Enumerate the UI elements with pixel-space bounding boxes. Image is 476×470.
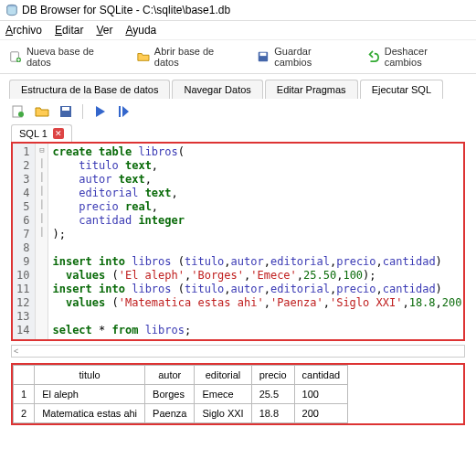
save-label: Guardar cambios — [274, 46, 351, 68]
menu-help[interactable]: Ayuda — [125, 24, 156, 37]
open-sql-icon[interactable] — [35, 104, 49, 119]
rownum-header — [14, 366, 35, 385]
main-tabs: Estructura de la Base de datos Navegar D… — [0, 74, 476, 99]
open-db-label: Abrir base de datos — [154, 46, 241, 68]
menubar: Archivo Editar Ver Ayuda — [0, 21, 476, 40]
undo-label: Deshacer cambios — [385, 46, 467, 68]
save-sql-icon[interactable] — [58, 104, 73, 119]
code-area[interactable]: create table libros( titulo text, autor … — [48, 144, 463, 339]
undo-icon — [367, 50, 380, 63]
tab-structure[interactable]: Estructura de la Base de datos — [9, 80, 170, 99]
open-db-button[interactable]: Abrir base de datos — [137, 46, 240, 68]
new-db-icon — [9, 50, 22, 63]
fold-column: ⊟││││││ — [36, 144, 48, 339]
svg-rect-8 — [62, 107, 69, 111]
run-line-icon[interactable] — [116, 104, 131, 119]
table-row[interactable]: 1El alephBorgesEmece25.5100 — [14, 385, 348, 404]
open-db-icon — [137, 50, 150, 63]
tab-pragmas[interactable]: Editar Pragmas — [265, 80, 358, 99]
menu-view[interactable]: Ver — [96, 24, 112, 37]
undo-button[interactable]: Deshacer cambios — [367, 46, 467, 68]
sql-file-tabs: SQL 1 ✕ — [0, 124, 476, 142]
col-titulo[interactable]: titulo — [35, 366, 145, 385]
tab-browse[interactable]: Navegar Datos — [172, 80, 262, 99]
results-panel: tituloautoreditorialpreciocantidad 1El a… — [11, 363, 465, 425]
sql-tab-label: SQL 1 — [19, 128, 48, 139]
col-editorial[interactable]: editorial — [195, 366, 251, 385]
svg-rect-4 — [260, 53, 267, 56]
main-toolbar: Nueva base de datos Abrir base de datos … — [0, 40, 476, 74]
tab-sql[interactable]: Ejecutar SQL — [360, 80, 443, 99]
save-button[interactable]: Guardar cambios — [257, 46, 351, 68]
close-tab-icon[interactable]: ✕ — [53, 128, 64, 139]
col-autor[interactable]: autor — [145, 366, 195, 385]
titlebar: DB Browser for SQLite - C:\sqlite\base1.… — [0, 0, 476, 21]
sql-file-tab[interactable]: SQL 1 ✕ — [11, 124, 72, 142]
run-icon[interactable] — [92, 104, 107, 119]
col-precio[interactable]: precio — [251, 366, 294, 385]
table-row[interactable]: 2Matematica estas ahiPaenzaSiglo XXI18.8… — [14, 404, 348, 423]
menu-file[interactable]: Archivo — [5, 24, 42, 37]
new-tab-icon[interactable] — [11, 104, 26, 119]
menu-edit[interactable]: Editar — [55, 24, 83, 37]
svg-rect-9 — [119, 106, 121, 117]
save-icon — [257, 50, 270, 63]
results-table: tituloautoreditorialpreciocantidad 1El a… — [13, 365, 348, 423]
separator — [82, 104, 83, 119]
svg-point-6 — [18, 112, 24, 117]
new-db-label: Nueva base de datos — [26, 46, 121, 68]
horizontal-scrollbar[interactable]: < — [11, 345, 465, 358]
new-db-button[interactable]: Nueva base de datos — [9, 46, 121, 68]
col-cantidad[interactable]: cantidad — [294, 366, 348, 385]
sql-editor[interactable]: 1234567891011121314 ⊟││││││ create table… — [11, 142, 465, 341]
sql-toolbar — [0, 99, 476, 124]
app-icon — [5, 4, 18, 16]
line-gutter: 1234567891011121314 — [13, 144, 36, 339]
window-title: DB Browser for SQLite - C:\sqlite\base1.… — [22, 4, 230, 16]
